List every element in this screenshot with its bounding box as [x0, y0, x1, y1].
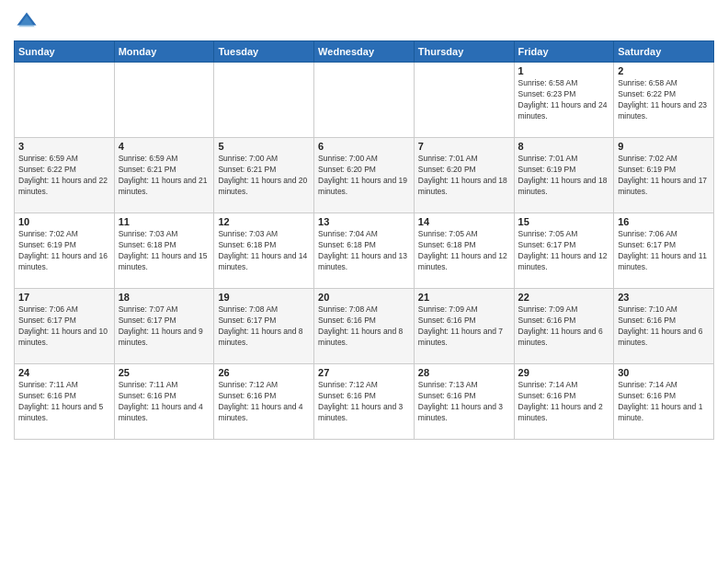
day-info: Sunrise: 6:59 AM Sunset: 6:21 PM Dayligh… [119, 154, 210, 198]
day-number: 2 [618, 65, 710, 76]
day-info: Sunrise: 6:58 AM Sunset: 6:22 PM Dayligh… [618, 78, 710, 122]
day-info: Sunrise: 7:05 AM Sunset: 6:18 PM Dayligh… [418, 229, 510, 273]
calendar-cell: 26Sunrise: 7:12 AM Sunset: 6:16 PM Dayli… [214, 364, 314, 440]
day-info: Sunrise: 7:08 AM Sunset: 6:17 PM Dayligh… [218, 304, 310, 349]
day-number: 21 [418, 292, 510, 303]
calendar-cell: 1Sunrise: 6:58 AM Sunset: 6:23 PM Daylig… [514, 63, 614, 138]
weekday-header-friday: Friday [514, 41, 614, 63]
calendar-cell: 3Sunrise: 6:59 AM Sunset: 6:22 PM Daylig… [15, 138, 115, 213]
day-info: Sunrise: 7:05 AM Sunset: 6:17 PM Dayligh… [518, 229, 610, 273]
day-info: Sunrise: 7:03 AM Sunset: 6:18 PM Dayligh… [218, 229, 310, 273]
weekday-header-saturday: Saturday [614, 41, 714, 63]
calendar-cell [114, 63, 214, 138]
day-number: 6 [318, 141, 410, 152]
day-number: 16 [618, 216, 710, 227]
calendar-cell [314, 63, 415, 138]
weekday-header-sunday: Sunday [15, 41, 115, 63]
logo-icon [14, 9, 40, 35]
calendar-cell: 4Sunrise: 6:59 AM Sunset: 6:21 PM Daylig… [114, 138, 214, 213]
day-number: 5 [218, 141, 310, 152]
calendar-cell: 6Sunrise: 7:00 AM Sunset: 6:20 PM Daylig… [314, 138, 415, 213]
day-info: Sunrise: 7:09 AM Sunset: 6:16 PM Dayligh… [518, 304, 610, 349]
weekday-header-wednesday: Wednesday [314, 41, 415, 63]
day-number: 18 [119, 292, 210, 303]
page: SundayMondayTuesdayWednesdayThursdayFrid… [0, 0, 728, 563]
calendar-cell: 30Sunrise: 7:14 AM Sunset: 6:16 PM Dayli… [614, 364, 714, 440]
day-number: 29 [518, 367, 610, 378]
calendar-cell: 9Sunrise: 7:02 AM Sunset: 6:19 PM Daylig… [614, 138, 714, 213]
week-row-5: 24Sunrise: 7:11 AM Sunset: 6:16 PM Dayli… [15, 364, 714, 440]
calendar-cell: 28Sunrise: 7:13 AM Sunset: 6:16 PM Dayli… [414, 364, 514, 440]
weekday-header-thursday: Thursday [414, 41, 514, 63]
day-number: 14 [418, 216, 510, 227]
calendar-cell: 12Sunrise: 7:03 AM Sunset: 6:18 PM Dayli… [214, 213, 314, 289]
day-number: 24 [18, 367, 110, 378]
day-info: Sunrise: 7:08 AM Sunset: 6:16 PM Dayligh… [318, 304, 410, 349]
calendar-cell: 11Sunrise: 7:03 AM Sunset: 6:18 PM Dayli… [114, 213, 214, 289]
calendar-cell: 24Sunrise: 7:11 AM Sunset: 6:16 PM Dayli… [15, 364, 115, 440]
day-info: Sunrise: 7:02 AM Sunset: 6:19 PM Dayligh… [18, 229, 110, 273]
calendar-cell: 8Sunrise: 7:01 AM Sunset: 6:19 PM Daylig… [514, 138, 614, 213]
calendar-cell: 15Sunrise: 7:05 AM Sunset: 6:17 PM Dayli… [514, 213, 614, 289]
calendar-cell [414, 63, 514, 138]
calendar-cell: 23Sunrise: 7:10 AM Sunset: 6:16 PM Dayli… [614, 289, 714, 364]
calendar-cell: 29Sunrise: 7:14 AM Sunset: 6:16 PM Dayli… [514, 364, 614, 440]
day-info: Sunrise: 7:10 AM Sunset: 6:16 PM Dayligh… [618, 304, 710, 349]
day-info: Sunrise: 7:01 AM Sunset: 6:20 PM Dayligh… [418, 154, 510, 198]
week-row-1: 1Sunrise: 6:58 AM Sunset: 6:23 PM Daylig… [15, 63, 714, 138]
day-info: Sunrise: 7:06 AM Sunset: 6:17 PM Dayligh… [18, 304, 110, 349]
day-info: Sunrise: 7:04 AM Sunset: 6:18 PM Dayligh… [318, 229, 410, 273]
week-row-2: 3Sunrise: 6:59 AM Sunset: 6:22 PM Daylig… [15, 138, 714, 213]
day-number: 20 [318, 292, 410, 303]
calendar-cell [15, 63, 115, 138]
day-number: 28 [418, 367, 510, 378]
weekday-header-monday: Monday [114, 41, 214, 63]
logo [14, 9, 43, 35]
day-number: 12 [218, 216, 310, 227]
calendar-cell: 21Sunrise: 7:09 AM Sunset: 6:16 PM Dayli… [414, 289, 514, 364]
day-info: Sunrise: 6:59 AM Sunset: 6:22 PM Dayligh… [18, 154, 110, 198]
day-number: 30 [618, 367, 710, 378]
calendar-cell: 2Sunrise: 6:58 AM Sunset: 6:22 PM Daylig… [614, 63, 714, 138]
day-info: Sunrise: 7:12 AM Sunset: 6:16 PM Dayligh… [318, 380, 410, 424]
day-number: 3 [18, 141, 110, 152]
calendar-cell [214, 63, 314, 138]
calendar-cell: 19Sunrise: 7:08 AM Sunset: 6:17 PM Dayli… [214, 289, 314, 364]
day-number: 7 [418, 141, 510, 152]
day-info: Sunrise: 7:13 AM Sunset: 6:16 PM Dayligh… [418, 380, 510, 424]
calendar-cell: 27Sunrise: 7:12 AM Sunset: 6:16 PM Dayli… [314, 364, 415, 440]
day-info: Sunrise: 7:00 AM Sunset: 6:21 PM Dayligh… [218, 154, 310, 198]
day-info: Sunrise: 7:07 AM Sunset: 6:17 PM Dayligh… [119, 304, 210, 349]
day-number: 19 [218, 292, 310, 303]
day-number: 8 [518, 141, 610, 152]
day-number: 26 [218, 367, 310, 378]
day-info: Sunrise: 7:14 AM Sunset: 6:16 PM Dayligh… [618, 380, 710, 424]
calendar-cell: 25Sunrise: 7:11 AM Sunset: 6:16 PM Dayli… [114, 364, 214, 440]
day-number: 1 [518, 65, 610, 76]
day-info: Sunrise: 7:09 AM Sunset: 6:16 PM Dayligh… [418, 304, 510, 349]
calendar-cell: 22Sunrise: 7:09 AM Sunset: 6:16 PM Dayli… [514, 289, 614, 364]
day-number: 27 [318, 367, 410, 378]
calendar-cell: 7Sunrise: 7:01 AM Sunset: 6:20 PM Daylig… [414, 138, 514, 213]
week-row-3: 10Sunrise: 7:02 AM Sunset: 6:19 PM Dayli… [15, 213, 714, 289]
day-number: 23 [618, 292, 710, 303]
day-number: 22 [518, 292, 610, 303]
day-info: Sunrise: 7:11 AM Sunset: 6:16 PM Dayligh… [119, 380, 210, 424]
calendar-cell: 18Sunrise: 7:07 AM Sunset: 6:17 PM Dayli… [114, 289, 214, 364]
weekday-header-tuesday: Tuesday [214, 41, 314, 63]
weekday-header-row: SundayMondayTuesdayWednesdayThursdayFrid… [15, 41, 714, 63]
calendar-cell: 10Sunrise: 7:02 AM Sunset: 6:19 PM Dayli… [15, 213, 115, 289]
calendar-cell: 17Sunrise: 7:06 AM Sunset: 6:17 PM Dayli… [15, 289, 115, 364]
calendar-cell: 14Sunrise: 7:05 AM Sunset: 6:18 PM Dayli… [414, 213, 514, 289]
day-number: 25 [119, 367, 210, 378]
day-number: 10 [18, 216, 110, 227]
day-number: 17 [18, 292, 110, 303]
day-info: Sunrise: 7:01 AM Sunset: 6:19 PM Dayligh… [518, 154, 610, 198]
day-number: 15 [518, 216, 610, 227]
calendar: SundayMondayTuesdayWednesdayThursdayFrid… [14, 40, 714, 440]
calendar-cell: 5Sunrise: 7:00 AM Sunset: 6:21 PM Daylig… [214, 138, 314, 213]
calendar-cell: 13Sunrise: 7:04 AM Sunset: 6:18 PM Dayli… [314, 213, 415, 289]
calendar-cell: 20Sunrise: 7:08 AM Sunset: 6:16 PM Dayli… [314, 289, 415, 364]
day-info: Sunrise: 7:03 AM Sunset: 6:18 PM Dayligh… [119, 229, 210, 273]
day-info: Sunrise: 7:00 AM Sunset: 6:20 PM Dayligh… [318, 154, 410, 198]
